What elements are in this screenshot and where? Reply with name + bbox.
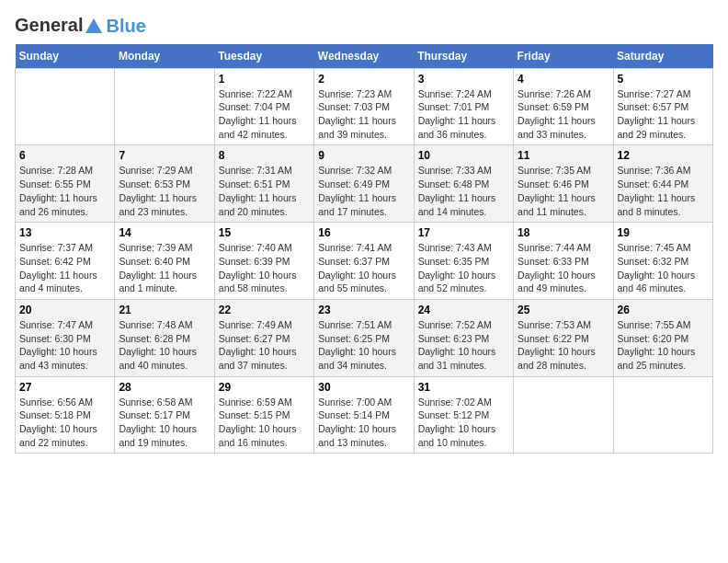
day-info: Sunrise: 7:35 AMSunset: 6:46 PMDaylight:… bbox=[518, 164, 609, 218]
day-info: Sunrise: 7:47 AMSunset: 6:30 PMDaylight:… bbox=[19, 318, 110, 373]
day-info: Sunrise: 7:48 AMSunset: 6:28 PMDaylight:… bbox=[119, 318, 210, 373]
day-info: Sunrise: 6:58 AMSunset: 5:17 PMDaylight:… bbox=[119, 396, 210, 450]
calendar-cell: 11Sunrise: 7:35 AMSunset: 6:46 PMDayligh… bbox=[514, 145, 613, 223]
day-info: Sunrise: 7:22 AMSunset: 7:04 PMDaylight:… bbox=[219, 87, 310, 142]
day-info: Sunrise: 7:26 AMSunset: 6:59 PMDaylight:… bbox=[518, 87, 609, 142]
calendar-cell bbox=[613, 376, 712, 454]
day-info: Sunrise: 7:31 AMSunset: 6:51 PMDaylight:… bbox=[219, 164, 310, 218]
week-row-5: 27Sunrise: 6:56 AMSunset: 5:18 PMDayligh… bbox=[16, 376, 713, 454]
day-info: Sunrise: 7:52 AMSunset: 6:23 PMDaylight:… bbox=[418, 318, 509, 373]
day-number: 29 bbox=[219, 381, 310, 394]
day-info: Sunrise: 7:40 AMSunset: 6:39 PMDaylight:… bbox=[219, 241, 310, 295]
day-number: 14 bbox=[119, 226, 210, 239]
calendar-cell: 8Sunrise: 7:31 AMSunset: 6:51 PMDaylight… bbox=[214, 145, 313, 223]
calendar-cell: 6Sunrise: 7:28 AMSunset: 6:55 PMDaylight… bbox=[16, 145, 115, 223]
calendar-cell: 23Sunrise: 7:51 AMSunset: 6:25 PMDayligh… bbox=[314, 299, 414, 376]
day-info: Sunrise: 7:45 AMSunset: 6:32 PMDaylight:… bbox=[618, 241, 709, 295]
calendar-cell: 19Sunrise: 7:45 AMSunset: 6:32 PMDayligh… bbox=[613, 223, 712, 300]
calendar-cell: 15Sunrise: 7:40 AMSunset: 6:39 PMDayligh… bbox=[214, 223, 313, 300]
column-header-saturday: Saturday bbox=[613, 44, 712, 69]
day-number: 1 bbox=[219, 73, 310, 86]
day-number: 18 bbox=[518, 226, 609, 239]
day-number: 26 bbox=[618, 304, 709, 316]
column-header-sunday: Sunday bbox=[16, 44, 115, 69]
day-number: 10 bbox=[418, 149, 509, 162]
calendar-cell: 21Sunrise: 7:48 AMSunset: 6:28 PMDayligh… bbox=[115, 299, 214, 376]
calendar-cell: 24Sunrise: 7:52 AMSunset: 6:23 PMDayligh… bbox=[414, 299, 513, 376]
header-row: SundayMondayTuesdayWednesdayThursdayFrid… bbox=[16, 44, 713, 69]
day-number: 20 bbox=[19, 304, 110, 316]
day-info: Sunrise: 7:39 AMSunset: 6:40 PMDaylight:… bbox=[119, 241, 210, 295]
logo-text-general: General bbox=[15, 15, 83, 35]
calendar-cell bbox=[115, 68, 214, 145]
day-info: Sunrise: 7:32 AMSunset: 6:49 PMDaylight:… bbox=[318, 164, 409, 218]
calendar-cell: 26Sunrise: 7:55 AMSunset: 6:20 PMDayligh… bbox=[613, 299, 712, 376]
day-info: Sunrise: 7:24 AMSunset: 7:01 PMDaylight:… bbox=[418, 87, 509, 142]
week-row-2: 6Sunrise: 7:28 AMSunset: 6:55 PMDaylight… bbox=[16, 145, 713, 223]
calendar-cell: 17Sunrise: 7:43 AMSunset: 6:35 PMDayligh… bbox=[414, 223, 513, 300]
day-info: Sunrise: 6:56 AMSunset: 5:18 PMDaylight:… bbox=[19, 396, 110, 450]
day-info: Sunrise: 7:49 AMSunset: 6:27 PMDaylight:… bbox=[219, 318, 310, 373]
day-info: Sunrise: 7:53 AMSunset: 6:22 PMDaylight:… bbox=[518, 318, 609, 373]
day-info: Sunrise: 7:28 AMSunset: 6:55 PMDaylight:… bbox=[19, 164, 110, 218]
day-info: Sunrise: 7:33 AMSunset: 6:48 PMDaylight:… bbox=[418, 164, 509, 218]
calendar-cell: 28Sunrise: 6:58 AMSunset: 5:17 PMDayligh… bbox=[115, 376, 214, 454]
logo: General Blue bbox=[15, 15, 146, 37]
calendar-cell: 7Sunrise: 7:29 AMSunset: 6:53 PMDaylight… bbox=[115, 145, 214, 223]
day-info: Sunrise: 7:43 AMSunset: 6:35 PMDaylight:… bbox=[418, 241, 509, 295]
calendar-cell bbox=[514, 376, 613, 454]
day-info: Sunrise: 7:44 AMSunset: 6:33 PMDaylight:… bbox=[518, 241, 609, 295]
day-number: 23 bbox=[318, 304, 409, 316]
logo-text-blue: Blue bbox=[106, 16, 145, 36]
day-number: 2 bbox=[318, 73, 409, 86]
calendar-cell: 30Sunrise: 7:00 AMSunset: 5:14 PMDayligh… bbox=[314, 376, 414, 454]
day-number: 30 bbox=[318, 381, 409, 394]
calendar-cell bbox=[16, 68, 115, 145]
calendar-cell: 1Sunrise: 7:22 AMSunset: 7:04 PMDaylight… bbox=[214, 68, 313, 145]
calendar-cell: 5Sunrise: 7:27 AMSunset: 6:57 PMDaylight… bbox=[613, 68, 712, 145]
day-info: Sunrise: 7:41 AMSunset: 6:37 PMDaylight:… bbox=[318, 241, 409, 295]
calendar-cell: 16Sunrise: 7:41 AMSunset: 6:37 PMDayligh… bbox=[314, 223, 414, 300]
calendar-cell: 18Sunrise: 7:44 AMSunset: 6:33 PMDayligh… bbox=[514, 223, 613, 300]
week-row-3: 13Sunrise: 7:37 AMSunset: 6:42 PMDayligh… bbox=[16, 223, 713, 300]
day-number: 27 bbox=[19, 381, 110, 394]
day-number: 22 bbox=[219, 304, 310, 316]
day-info: Sunrise: 7:00 AMSunset: 5:14 PMDaylight:… bbox=[318, 396, 409, 450]
calendar-cell: 29Sunrise: 6:59 AMSunset: 5:15 PMDayligh… bbox=[214, 376, 313, 454]
day-number: 11 bbox=[518, 149, 609, 162]
day-info: Sunrise: 7:02 AMSunset: 5:12 PMDaylight:… bbox=[418, 396, 509, 450]
day-number: 31 bbox=[418, 381, 509, 394]
day-number: 5 bbox=[618, 73, 709, 86]
calendar-cell: 22Sunrise: 7:49 AMSunset: 6:27 PMDayligh… bbox=[214, 299, 313, 376]
day-number: 13 bbox=[19, 226, 110, 239]
calendar-cell: 13Sunrise: 7:37 AMSunset: 6:42 PMDayligh… bbox=[16, 223, 115, 300]
day-number: 28 bbox=[119, 381, 210, 394]
svg-marker-0 bbox=[85, 18, 102, 33]
day-info: Sunrise: 7:55 AMSunset: 6:20 PMDaylight:… bbox=[618, 318, 709, 373]
day-number: 12 bbox=[618, 149, 709, 162]
day-number: 24 bbox=[418, 304, 509, 316]
calendar-cell: 14Sunrise: 7:39 AMSunset: 6:40 PMDayligh… bbox=[115, 223, 214, 300]
day-number: 9 bbox=[318, 149, 409, 162]
column-header-tuesday: Tuesday bbox=[214, 44, 313, 69]
day-number: 7 bbox=[119, 149, 210, 162]
day-info: Sunrise: 7:36 AMSunset: 6:44 PMDaylight:… bbox=[618, 164, 709, 218]
day-info: Sunrise: 7:27 AMSunset: 6:57 PMDaylight:… bbox=[618, 87, 709, 142]
day-info: Sunrise: 7:51 AMSunset: 6:25 PMDaylight:… bbox=[318, 318, 409, 373]
day-number: 15 bbox=[219, 226, 310, 239]
day-number: 17 bbox=[418, 226, 509, 239]
day-number: 19 bbox=[618, 226, 709, 239]
column-header-monday: Monday bbox=[115, 44, 214, 69]
day-number: 3 bbox=[418, 73, 509, 86]
day-number: 8 bbox=[219, 149, 310, 162]
calendar-cell: 12Sunrise: 7:36 AMSunset: 6:44 PMDayligh… bbox=[613, 145, 712, 223]
column-header-wednesday: Wednesday bbox=[314, 44, 414, 69]
day-number: 25 bbox=[518, 304, 609, 316]
week-row-4: 20Sunrise: 7:47 AMSunset: 6:30 PMDayligh… bbox=[16, 299, 713, 376]
logo-icon bbox=[84, 17, 104, 37]
column-header-friday: Friday bbox=[514, 44, 613, 69]
day-info: Sunrise: 7:29 AMSunset: 6:53 PMDaylight:… bbox=[119, 164, 210, 218]
day-info: Sunrise: 6:59 AMSunset: 5:15 PMDaylight:… bbox=[219, 396, 310, 450]
calendar-cell: 10Sunrise: 7:33 AMSunset: 6:48 PMDayligh… bbox=[414, 145, 513, 223]
calendar-cell: 2Sunrise: 7:23 AMSunset: 7:03 PMDaylight… bbox=[314, 68, 414, 145]
